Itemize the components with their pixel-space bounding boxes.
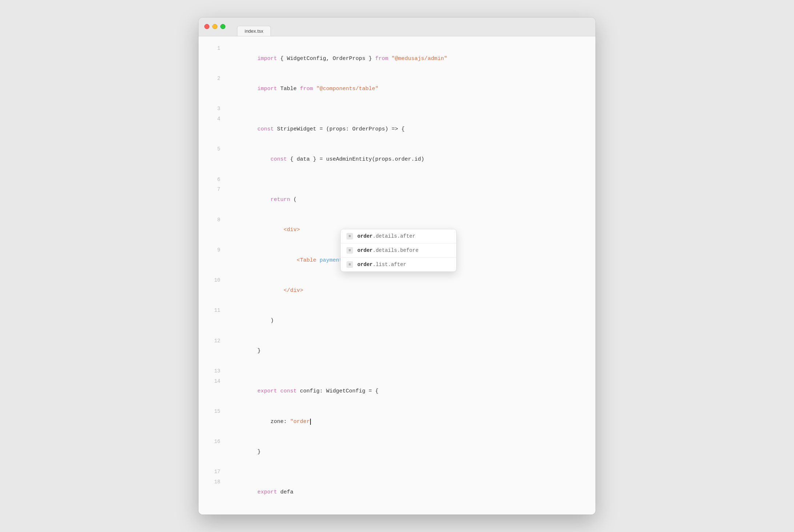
line-content-2: import Table from "@components/table" <box>231 74 585 104</box>
line-number-10: 10 <box>209 276 220 285</box>
line-number-8: 8 <box>209 215 220 225</box>
code-line-12: 12 } <box>198 336 596 366</box>
autocomplete-dropdown[interactable]: ≡ order.details.after ≡ order.details.be… <box>340 229 457 272</box>
tab-index-tsx[interactable]: index.tsx <box>237 26 271 36</box>
code-line-1: 1 import { WidgetConfig, OrderProps } fr… <box>198 44 596 74</box>
line-number-9: 9 <box>209 246 220 255</box>
code-line-16: 16 } <box>198 437 596 467</box>
traffic-lights <box>204 24 225 29</box>
autocomplete-icon-1: ≡ <box>346 233 353 239</box>
autocomplete-item-2[interactable]: ≡ order.details.before <box>341 243 456 257</box>
line-content-7: return ( <box>231 185 585 215</box>
code-line-14: 14 export const config: WidgetConfig = { <box>198 376 596 407</box>
code-line-5: 5 const { data } = useAdminEntity(props.… <box>198 144 596 174</box>
code-line-11: 11 ) <box>198 306 596 336</box>
autocomplete-text-2: order.details.before <box>357 247 418 253</box>
line-number-12: 12 <box>209 336 220 346</box>
line-content-3 <box>231 104 585 114</box>
autocomplete-item-3[interactable]: ≡ order.list.after <box>341 257 456 271</box>
autocomplete-icon-2: ≡ <box>346 247 353 254</box>
code-line-13: 13 <box>198 366 596 376</box>
line-content-4: const StripeWidget = (props: OrderProps)… <box>231 114 585 144</box>
text-cursor <box>310 419 311 425</box>
maximize-button[interactable] <box>220 24 225 29</box>
line-number-5: 5 <box>209 145 220 154</box>
line-content-12: } <box>231 336 585 366</box>
close-button[interactable] <box>204 24 209 29</box>
line-content-13 <box>231 366 585 376</box>
line-content-6 <box>231 175 585 185</box>
line-number-2: 2 <box>209 74 220 84</box>
tab-bar: index.tsx <box>231 17 271 36</box>
code-line-6: 6 <box>198 175 596 185</box>
code-line-3: 3 <box>198 104 596 114</box>
line-number-17: 17 <box>209 467 220 477</box>
line-number-11: 11 <box>209 306 220 315</box>
line-content-15: zone: "order <box>231 407 585 437</box>
line-content-1: import { WidgetConfig, OrderProps } from… <box>231 44 585 74</box>
autocomplete-item-1[interactable]: ≡ order.details.after <box>341 229 456 243</box>
line-content-14: export const config: WidgetConfig = { <box>231 376 585 407</box>
line-content-5: const { data } = useAdminEntity(props.or… <box>231 144 585 174</box>
editor-area[interactable]: 1 import { WidgetConfig, OrderProps } fr… <box>198 36 596 515</box>
code-line-10: 10 </div> <box>198 275 596 306</box>
line-number-15: 15 <box>209 407 220 416</box>
window: index.tsx 1 import { WidgetConfig, Order… <box>198 17 596 515</box>
title-bar: index.tsx <box>198 17 596 36</box>
line-number-3: 3 <box>209 104 220 114</box>
code-line-7: 7 return ( <box>198 185 596 215</box>
line-number-6: 6 <box>209 175 220 185</box>
line-content-18: export defa <box>231 477 585 507</box>
code-line-4: 4 const StripeWidget = (props: OrderProp… <box>198 114 596 144</box>
minimize-button[interactable] <box>212 24 217 29</box>
line-content-17 <box>231 467 585 477</box>
code-line-18: 18 export defa <box>198 477 596 507</box>
line-number-18: 18 <box>209 477 220 487</box>
line-content-10: </div> <box>231 275 585 306</box>
autocomplete-text-3: order.list.after <box>357 262 406 267</box>
line-number-4: 4 <box>209 114 220 124</box>
line-number-14: 14 <box>209 377 220 386</box>
line-number-13: 13 <box>209 367 220 376</box>
autocomplete-icon-3: ≡ <box>346 261 353 268</box>
line-content-11: ) <box>231 306 585 336</box>
line-number-16: 16 <box>209 437 220 447</box>
tab-label: index.tsx <box>245 28 263 34</box>
code-line-15: 15 zone: "order <box>198 407 596 437</box>
code-line-2: 2 import Table from "@components/table" <box>198 74 596 104</box>
line-number-7: 7 <box>209 185 220 194</box>
line-content-16: } <box>231 437 585 467</box>
autocomplete-text-1: order.details.after <box>357 233 416 239</box>
line-number-1: 1 <box>209 44 220 53</box>
code-line-17: 17 <box>198 467 596 477</box>
